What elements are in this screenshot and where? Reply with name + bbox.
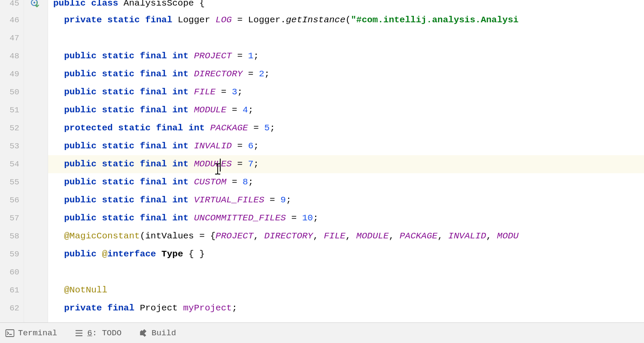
line-number: 52 <box>0 119 19 137</box>
line-number: 57 <box>0 209 19 227</box>
code-line[interactable]: public static final int UNCOMMITTED_FILE… <box>48 209 644 227</box>
code-line[interactable]: public static final int FILE = 3; <box>48 83 644 101</box>
code-line[interactable]: public static final int MODULE = 4; <box>48 101 644 119</box>
line-number-gutter: 454647484950515253545556575859606162 <box>0 0 24 322</box>
code-content[interactable]: public class AnalysisScope { private sta… <box>48 0 644 322</box>
tool-window-bar: Terminal 6: TODO Build <box>0 322 644 343</box>
code-line[interactable]: public static final int INVALID = 6; <box>48 137 644 155</box>
terminal-icon <box>5 328 15 338</box>
line-number: 60 <box>0 263 19 281</box>
line-number: 50 <box>0 83 19 101</box>
todo-icon <box>74 328 84 338</box>
line-number: 45 <box>0 0 19 11</box>
line-number: 56 <box>0 191 19 209</box>
terminal-label: Terminal <box>18 328 57 338</box>
code-line[interactable]: @MagicConstant(intValues = {PROJECT, DIR… <box>48 227 644 245</box>
gutter-icons <box>24 0 48 322</box>
code-line[interactable]: private static final Logger LOG = Logger… <box>48 11 644 29</box>
line-number: 47 <box>0 29 19 47</box>
code-line[interactable]: public static final int DIRECTORY = 2; <box>48 65 644 83</box>
line-number: 55 <box>0 173 19 191</box>
line-number: 53 <box>0 137 19 155</box>
code-line[interactable]: public static final int CUSTOM = 8; <box>48 173 644 191</box>
line-number: 59 <box>0 245 19 263</box>
code-line[interactable]: private final Project myProject; <box>48 299 644 317</box>
caret <box>220 159 221 172</box>
line-number: 46 <box>0 11 19 29</box>
code-line[interactable]: public static final int PROJECT = 1; <box>48 47 644 65</box>
code-line[interactable] <box>48 263 644 281</box>
build-label: Build <box>152 328 176 338</box>
terminal-tool-button[interactable]: Terminal <box>5 328 57 338</box>
line-number: 49 <box>0 65 19 83</box>
line-number: 54 <box>0 155 19 173</box>
code-line[interactable]: public static final int VIRTUAL_FILES = … <box>48 191 644 209</box>
line-number: 58 <box>0 227 19 245</box>
code-line[interactable]: @NotNull <box>48 281 644 299</box>
code-line[interactable] <box>48 29 644 47</box>
code-line[interactable]: public static final int MODULES = 7; <box>48 155 644 173</box>
todo-tool-button[interactable]: 6: TODO <box>74 328 122 338</box>
line-number: 51 <box>0 101 19 119</box>
build-tool-button[interactable]: Build <box>139 328 176 338</box>
svg-point-1 <box>33 2 35 3</box>
line-number: 48 <box>0 47 19 65</box>
todo-label: 6: TODO <box>87 328 122 338</box>
code-line[interactable]: public @interface Type { } <box>48 245 644 263</box>
line-number: 61 <box>0 281 19 299</box>
line-number: 62 <box>0 299 19 317</box>
override-icon[interactable] <box>30 0 40 9</box>
code-line[interactable]: public class AnalysisScope { <box>48 0 644 11</box>
code-editor[interactable]: 454647484950515253545556575859606162 pub… <box>0 0 644 322</box>
code-line[interactable]: protected static final int PACKAGE = 5; <box>48 119 644 137</box>
svg-rect-2 <box>6 330 14 337</box>
build-icon <box>139 328 148 338</box>
